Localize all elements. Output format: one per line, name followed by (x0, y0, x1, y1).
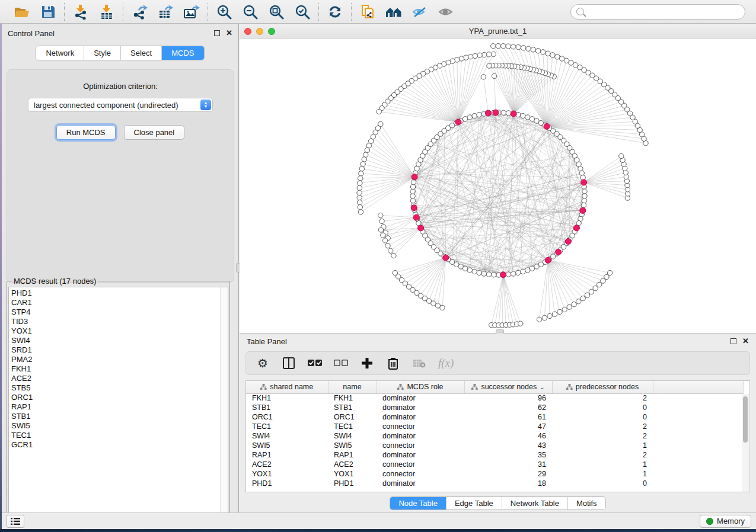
add-column-icon[interactable] (360, 356, 374, 370)
zoom-out-icon[interactable] (241, 3, 259, 21)
network-canvas[interactable] (240, 39, 755, 332)
table-cell[interactable]: TEC1 (246, 422, 328, 431)
table-cell[interactable]: 0 (552, 412, 653, 422)
table-cell[interactable]: dominator (377, 412, 464, 422)
table-cell[interactable]: dominator (377, 393, 464, 403)
table-cell[interactable]: dominator (377, 479, 464, 488)
table-scrollbar-thumb[interactable] (743, 396, 748, 443)
table-tab-edge-table[interactable]: Edge Table (446, 497, 502, 509)
table-cell[interactable] (653, 441, 743, 450)
table-cell[interactable]: 29 (464, 469, 552, 479)
mcds-result-item[interactable]: GCR1 (11, 440, 228, 450)
table-cell[interactable]: 2 (552, 393, 653, 403)
table-cell[interactable]: connector (377, 469, 464, 479)
table-scrollbar[interactable] (742, 394, 749, 492)
table-cell[interactable] (653, 479, 743, 488)
table-cell[interactable]: SWI4 (328, 431, 377, 441)
column-header-shared-name[interactable]: shared name (246, 381, 328, 393)
float-table-panel-icon[interactable] (731, 338, 736, 344)
mcds-result-item[interactable]: STB1 (11, 412, 228, 421)
optimization-criterion-select[interactable]: largest connected component (undirected)… (28, 98, 213, 112)
table-cell[interactable]: 1 (552, 469, 653, 479)
table-cell[interactable]: 2 (552, 431, 653, 441)
table-cell[interactable]: 47 (464, 422, 552, 431)
table-cell[interactable] (653, 422, 743, 431)
tab-style[interactable]: Style (84, 46, 121, 60)
zoom-in-icon[interactable] (215, 3, 233, 21)
column-header-MCDS-role[interactable]: MCDS role (377, 381, 464, 393)
table-cell[interactable]: SWI4 (246, 431, 328, 441)
export-table-icon[interactable] (157, 3, 174, 21)
table-cell[interactable]: 0 (552, 403, 653, 412)
table-row[interactable]: YOX1YOX1connector291 (246, 469, 743, 479)
table-cell[interactable]: SWI5 (246, 441, 328, 450)
table-tab-node-table[interactable]: Node Table (390, 497, 446, 509)
table-cell[interactable]: 1 (552, 460, 653, 469)
table-cell[interactable]: dominator (377, 450, 464, 460)
table-cell[interactable]: ORC1 (328, 412, 377, 422)
table-cell[interactable] (653, 412, 743, 422)
mcds-result-item[interactable]: ACE2 (11, 374, 228, 383)
table-cell[interactable]: PHD1 (246, 479, 328, 488)
table-row[interactable]: SWI5SWI5connector431 (246, 441, 743, 450)
import-network-icon[interactable] (72, 3, 90, 21)
tab-mcds[interactable]: MCDS (162, 46, 203, 60)
table-cell[interactable]: RAP1 (328, 450, 377, 460)
search-input[interactable] (570, 4, 745, 20)
table-row[interactable]: PHD1PHD1dominator180 (246, 479, 743, 488)
table-cell[interactable]: connector (377, 460, 464, 469)
table-cell[interactable]: 0 (552, 479, 653, 488)
table-cell[interactable]: 43 (464, 441, 552, 450)
table-cell[interactable]: YOX1 (328, 469, 377, 479)
column-header-name[interactable]: name (328, 381, 377, 393)
zoom-fit-icon[interactable] (267, 3, 285, 21)
table-cell[interactable] (653, 450, 743, 460)
mcds-result-item[interactable]: SRD1 (11, 345, 228, 355)
mcds-result-item[interactable]: FKH1 (11, 364, 228, 374)
table-cell[interactable]: FKH1 (246, 393, 328, 403)
column-header-predecessor-nodes[interactable]: predecessor nodes (552, 381, 653, 393)
mcds-result-item[interactable]: PHD1 (11, 289, 228, 298)
table-cell[interactable]: FKH1 (328, 393, 377, 403)
mcds-result-item[interactable]: RAP1 (11, 402, 228, 412)
mcds-result-item[interactable]: CAR1 (11, 298, 228, 307)
table-cell[interactable]: 46 (464, 431, 552, 441)
table-row[interactable]: ORC1ORC1dominator610 (246, 412, 743, 422)
mcds-result-item[interactable]: PMA2 (11, 355, 228, 364)
first-neighbors-icon[interactable] (385, 3, 403, 21)
table-cell[interactable]: RAP1 (246, 450, 328, 460)
mcds-result-item[interactable]: ORC1 (11, 393, 228, 402)
search-field[interactable] (587, 7, 739, 16)
tab-select[interactable]: Select (121, 46, 162, 60)
table-row[interactable]: TEC1TEC1connector472 (246, 422, 743, 431)
table-row[interactable]: SWI4SWI4dominator462 (246, 431, 743, 441)
table-cell[interactable]: 62 (464, 403, 552, 412)
table-cell[interactable]: STB1 (246, 403, 328, 412)
mcds-result-item[interactable]: SWI5 (11, 421, 228, 431)
table-cell[interactable]: dominator (377, 431, 464, 441)
column-header-empty[interactable] (653, 381, 743, 393)
table-cell[interactable]: ACE2 (328, 460, 377, 469)
export-network-icon[interactable] (130, 3, 148, 21)
table-cell[interactable] (653, 460, 743, 469)
table-cell[interactable]: STB1 (328, 403, 377, 412)
table-cell[interactable]: PHD1 (328, 479, 377, 488)
table-tab-network-table[interactable]: Network Table (502, 497, 568, 509)
hide-graphics-details-icon[interactable] (411, 3, 429, 21)
table-row[interactable]: ACE2ACE2connector311 (246, 460, 743, 469)
delete-column-icon[interactable] (386, 356, 400, 370)
table-cell[interactable]: 35 (464, 450, 552, 460)
table-cell[interactable]: 31 (464, 460, 552, 469)
float-panel-icon[interactable] (214, 30, 220, 36)
mcds-result-item[interactable]: TEC1 (11, 431, 228, 440)
column-header-successor-nodes[interactable]: successor nodes⌄ (464, 381, 552, 393)
mcds-result-item[interactable]: YOX1 (11, 326, 228, 336)
tab-network[interactable]: Network (36, 46, 84, 60)
table-tab-motifs[interactable]: Motifs (568, 497, 605, 509)
close-panel-icon[interactable]: ✕ (226, 30, 232, 36)
table-cell[interactable] (653, 469, 743, 479)
show-graphics-details-icon[interactable] (437, 3, 455, 21)
clear-selection-icon[interactable] (334, 356, 348, 370)
mcds-result-item[interactable]: TID3 (11, 317, 228, 326)
table-cell[interactable]: ORC1 (246, 412, 328, 422)
